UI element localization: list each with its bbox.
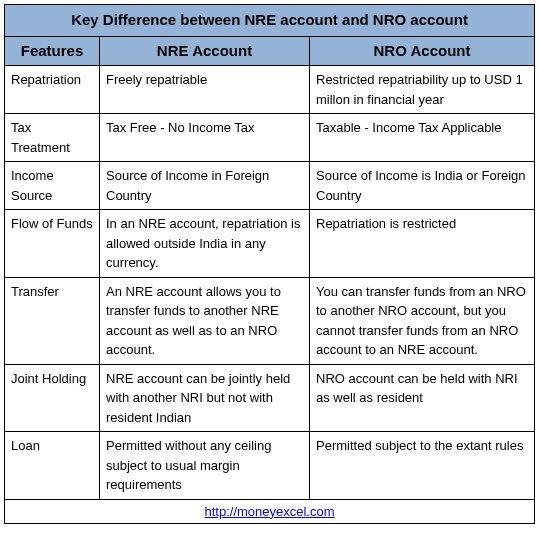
- table-title: Key Difference between NRE account and N…: [5, 5, 535, 37]
- cell-nre: Source of Income in Foreign Country: [100, 162, 310, 210]
- table-row: Joint Holding NRE account can be jointly…: [5, 364, 535, 432]
- cell-feature: Joint Holding: [5, 364, 100, 432]
- header-row: Features NRE Account NRO Account: [5, 36, 535, 66]
- table-row: Loan Permitted without any ceiling subje…: [5, 432, 535, 500]
- cell-feature: Tax Treatment: [5, 114, 100, 162]
- table-row: Repatriation Freely repatriable Restrict…: [5, 66, 535, 114]
- table-row: Transfer An NRE account allows you to tr…: [5, 277, 535, 364]
- cell-nro: You can transfer funds from an NRO to an…: [310, 277, 535, 364]
- cell-nro: Restricted repatriability up to USD 1 mi…: [310, 66, 535, 114]
- cell-feature: Income Source: [5, 162, 100, 210]
- table-row: Flow of Funds In an NRE account, repatri…: [5, 210, 535, 278]
- title-row: Key Difference between NRE account and N…: [5, 5, 535, 37]
- cell-nro: Taxable - Income Tax Applicable: [310, 114, 535, 162]
- cell-feature: Flow of Funds: [5, 210, 100, 278]
- cell-nre: Tax Free - No Income Tax: [100, 114, 310, 162]
- cell-nro: Permitted subject to the extant rules: [310, 432, 535, 500]
- cell-nro: Source of Income is India or Foreign Cou…: [310, 162, 535, 210]
- cell-nre: In an NRE account, repatriation is allow…: [100, 210, 310, 278]
- header-nre: NRE Account: [100, 36, 310, 66]
- cell-feature: Loan: [5, 432, 100, 500]
- footer-cell: http://moneyexcel.com: [5, 499, 535, 524]
- table-row: Income Source Source of Income in Foreig…: [5, 162, 535, 210]
- cell-feature: Transfer: [5, 277, 100, 364]
- footer-row: http://moneyexcel.com: [5, 499, 535, 524]
- cell-nre: Permitted without any ceiling subject to…: [100, 432, 310, 500]
- comparison-table: Key Difference between NRE account and N…: [4, 4, 535, 524]
- source-link[interactable]: http://moneyexcel.com: [204, 504, 334, 519]
- header-features: Features: [5, 36, 100, 66]
- cell-nro: Repatriation is restricted: [310, 210, 535, 278]
- cell-nro: NRO account can be held with NRI as well…: [310, 364, 535, 432]
- table-row: Tax Treatment Tax Free - No Income Tax T…: [5, 114, 535, 162]
- header-nro: NRO Account: [310, 36, 535, 66]
- cell-nre: Freely repatriable: [100, 66, 310, 114]
- cell-nre: An NRE account allows you to transfer fu…: [100, 277, 310, 364]
- cell-nre: NRE account can be jointly held with ano…: [100, 364, 310, 432]
- cell-feature: Repatriation: [5, 66, 100, 114]
